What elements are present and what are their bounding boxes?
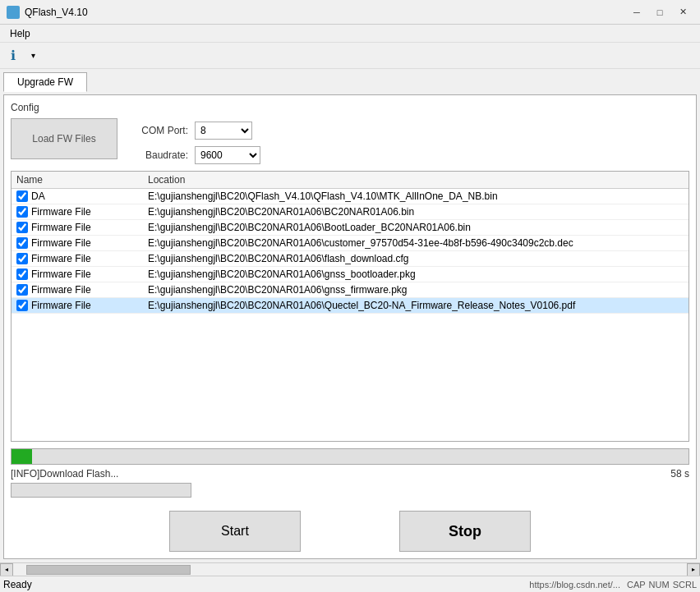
name-cell: Firmware File — [12, 282, 143, 298]
hscroll-left-arrow[interactable]: ◂ — [0, 563, 13, 576]
toolbar: ℹ ▾ — [0, 43, 700, 69]
hscroll-thumb[interactable] — [26, 565, 191, 575]
main-content: Upgrade FW Config Load FW Files COM Port… — [0, 69, 700, 562]
baudrate-label: Baudrate: — [131, 149, 188, 161]
location-cell: E:\gujianshengjl\BC20\BC20NAR01A06\BootL… — [143, 220, 688, 236]
row-checkbox[interactable] — [16, 190, 28, 202]
row-checkbox[interactable] — [16, 268, 28, 280]
config-fields: COM Port: 8 Baudrate: 9600 — [131, 118, 260, 164]
table-row[interactable]: Firmware File E:\gujianshengjl\BC20\BC20… — [12, 282, 688, 298]
row-checkbox[interactable] — [16, 300, 28, 311]
name-cell: DA — [12, 189, 143, 204]
statusbar: Ready https://blog.csdn.net/... CAP NUM … — [0, 576, 700, 592]
name-cell: Firmware File — [12, 251, 143, 267]
app-icon — [7, 6, 20, 19]
col-name: Name — [12, 172, 143, 189]
help-menu[interactable]: Help — [3, 26, 37, 41]
row-checkbox[interactable] — [16, 206, 28, 218]
info-text: [INFO]Download Flash... — [11, 468, 653, 480]
config-section: Load FW Files COM Port: 8 Baudrate: 9600 — [11, 118, 689, 164]
main-panel: Config Load FW Files COM Port: 8 Baudrat… — [3, 94, 697, 559]
name-cell: Firmware File — [12, 220, 143, 236]
start-button[interactable]: Start — [169, 511, 301, 552]
com-port-label: COM Port: — [131, 125, 188, 136]
baudrate-select[interactable]: 9600 — [195, 146, 260, 164]
location-cell: E:\gujianshengjl\BC20\BC20NAR01A06\gnss_… — [143, 282, 688, 298]
baudrate-row: Baudrate: 9600 — [131, 146, 260, 164]
name-cell: Firmware File — [12, 236, 143, 251]
file-table-container: Name Location DA E:\gujianshengjl\BC20\Q… — [11, 171, 689, 442]
main-progress-bar — [11, 448, 689, 465]
table-row[interactable]: Firmware File E:\gujianshengjl\BC20\BC20… — [12, 298, 688, 314]
name-cell: Firmware File — [12, 298, 143, 314]
table-row[interactable]: Firmware File E:\gujianshengjl\BC20\BC20… — [12, 267, 688, 282]
row-name: Firmware File — [31, 237, 91, 249]
table-row[interactable]: Firmware File E:\gujianshengjl\BC20\BC20… — [12, 204, 688, 220]
buttons-row: Start Stop — [11, 511, 689, 552]
location-cell: E:\gujianshengjl\BC20\BC20NAR01A06\Quect… — [143, 298, 688, 314]
location-cell: E:\gujianshengjl\BC20\BC20NAR01A06\BC20N… — [143, 204, 688, 220]
maximize-button[interactable]: □ — [649, 4, 670, 21]
dropdown-icon: ▾ — [31, 51, 35, 60]
tab-bar: Upgrade FW — [3, 72, 697, 91]
info-icon: ℹ — [11, 48, 16, 63]
num-indicator: NUM — [649, 580, 670, 590]
table-header: Name Location — [12, 172, 688, 189]
file-table: Name Location DA E:\gujianshengjl\BC20\Q… — [12, 172, 688, 314]
scrl-indicator: SCRL — [673, 580, 697, 590]
statusbar-ready-text: Ready — [3, 579, 529, 590]
location-cell: E:\gujianshengjl\BC20\QFlash_V4.10\QFlas… — [143, 189, 688, 204]
tab-upgrade-fw[interactable]: Upgrade FW — [3, 72, 87, 92]
name-cell: Firmware File — [12, 267, 143, 282]
row-checkbox[interactable] — [16, 222, 28, 233]
table-row[interactable]: DA E:\gujianshengjl\BC20\QFlash_V4.10\QF… — [12, 189, 688, 204]
info-icon-button[interactable]: ℹ — [3, 46, 23, 66]
config-section-label: Config — [11, 102, 689, 113]
row-name: Firmware File — [31, 222, 91, 233]
location-cell: E:\gujianshengjl\BC20\BC20NAR01A06\custo… — [143, 236, 688, 251]
menubar: Help — [0, 25, 700, 43]
row-checkbox[interactable] — [16, 253, 28, 264]
info-row: [INFO]Download Flash... 58 s — [11, 468, 689, 480]
name-cell: Firmware File — [12, 204, 143, 220]
titlebar: QFlash_V4.10 ─ □ ✕ — [0, 0, 700, 25]
main-progress-fill — [12, 449, 32, 464]
com-port-row: COM Port: 8 — [131, 122, 260, 140]
row-name: Firmware File — [31, 206, 91, 218]
cap-indicator: CAP — [627, 580, 646, 590]
row-name: Firmware File — [31, 300, 91, 311]
timer-text: 58 s — [656, 468, 689, 480]
row-checkbox[interactable] — [16, 237, 28, 249]
app-title: QFlash_V4.10 — [25, 7, 626, 18]
com-port-select[interactable]: 8 — [195, 122, 252, 140]
row-name: Firmware File — [31, 268, 91, 280]
location-cell: E:\gujianshengjl\BC20\BC20NAR01A06\gnss_… — [143, 267, 688, 282]
statusbar-url: https://blog.csdn.net/... — [529, 580, 620, 590]
close-button[interactable]: ✕ — [672, 4, 693, 21]
load-fw-button[interactable]: Load FW Files — [11, 118, 117, 159]
sub-progress-bar — [11, 483, 191, 498]
row-name: Firmware File — [31, 284, 91, 296]
minimize-button[interactable]: ─ — [626, 4, 647, 21]
hscroll-right-arrow[interactable]: ▸ — [687, 563, 700, 576]
horizontal-scrollbar: ◂ ▸ — [0, 562, 700, 576]
row-checkbox[interactable] — [16, 284, 28, 296]
row-name: Firmware File — [31, 253, 91, 264]
progress-area: [INFO]Download Flash... 58 s — [11, 448, 689, 498]
row-name: DA — [31, 190, 45, 202]
toolbar-dropdown-button[interactable]: ▾ — [23, 46, 43, 66]
location-cell: E:\gujianshengjl\BC20\BC20NAR01A06\flash… — [143, 251, 688, 267]
table-row[interactable]: Firmware File E:\gujianshengjl\BC20\BC20… — [12, 220, 688, 236]
stop-button[interactable]: Stop — [399, 511, 531, 552]
table-row[interactable]: Firmware File E:\gujianshengjl\BC20\BC20… — [12, 236, 688, 251]
table-row[interactable]: Firmware File E:\gujianshengjl\BC20\BC20… — [12, 251, 688, 267]
col-location: Location — [143, 172, 688, 189]
statusbar-indicators: CAP NUM SCRL — [627, 580, 697, 590]
window-controls: ─ □ ✕ — [626, 4, 693, 21]
